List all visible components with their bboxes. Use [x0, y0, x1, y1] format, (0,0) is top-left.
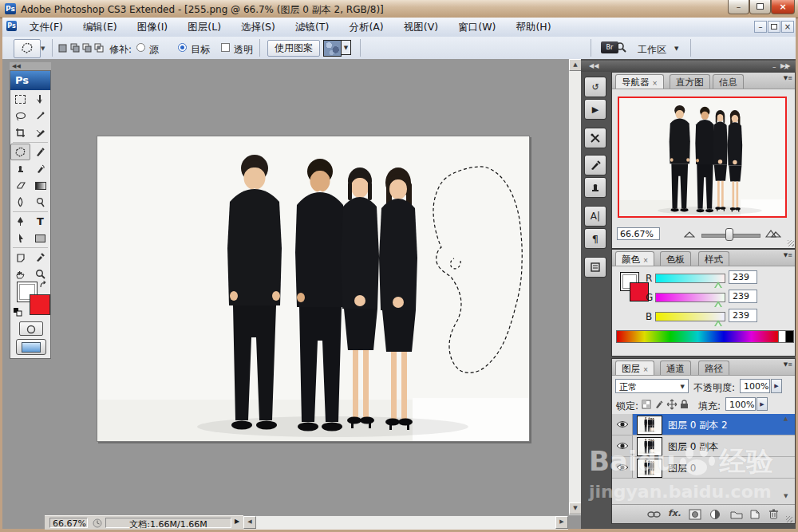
dodge-tool[interactable] — [30, 194, 50, 211]
patch-tool-preset[interactable] — [14, 39, 41, 58]
patch-source-label[interactable]: 源 — [149, 43, 159, 57]
actions-panel-icon[interactable]: ▶ — [584, 99, 606, 120]
layer-thumbnail[interactable] — [637, 459, 662, 478]
horizontal-scrollbar[interactable]: ◀ ▶ — [243, 515, 568, 530]
panel-minimize-close[interactable]: – × — [772, 63, 792, 71]
add-layer-mask-icon[interactable] — [689, 509, 701, 520]
path-selection-tool[interactable] — [10, 230, 30, 246]
preset-dropdown-arrow[interactable]: ▼ — [41, 45, 45, 52]
close-button[interactable]: × — [771, 0, 795, 14]
screen-mode-button[interactable] — [16, 339, 46, 355]
panel-minimize-close[interactable]: – × — [772, 240, 792, 248]
gradient-tool[interactable] — [30, 177, 50, 194]
channel-r-slider-thumb[interactable] — [714, 282, 722, 288]
clone-stamp-tool[interactable] — [10, 160, 30, 177]
layer-comps-panel-icon[interactable] — [584, 257, 606, 278]
default-colors-icon[interactable] — [13, 307, 22, 317]
canvas[interactable] — [97, 136, 530, 442]
color-spectrum-ramp[interactable] — [616, 330, 780, 343]
layer-name[interactable]: 图层 0 副本 2 — [668, 419, 728, 432]
hand-tool[interactable] — [10, 266, 30, 282]
layer-thumbnail[interactable] — [637, 416, 662, 435]
opacity-slider-arrow[interactable]: ▶ — [771, 379, 782, 393]
maximize-button[interactable] — [749, 0, 771, 14]
blur-tool[interactable] — [10, 194, 30, 211]
panel-minimize-close[interactable]: – × — [772, 349, 792, 357]
scroll-up-arrow[interactable]: ▲ — [569, 59, 582, 71]
navigator-zoom-field[interactable]: 66.67% — [617, 227, 660, 240]
new-layer-icon[interactable] — [749, 509, 760, 520]
zoom-in-icon[interactable] — [765, 228, 781, 238]
panel-resize-grip[interactable] — [786, 516, 792, 522]
menu-edit[interactable]: 编辑(E) — [75, 18, 125, 34]
tab-close-icon[interactable]: × — [652, 80, 658, 87]
blend-mode-select[interactable]: 正常 ▼ — [615, 379, 689, 393]
document-icon[interactable]: Ps — [6, 21, 17, 31]
pen-tool[interactable] — [10, 213, 30, 230]
menu-image[interactable]: 图像(I) — [129, 18, 176, 34]
zoom-out-icon[interactable] — [684, 231, 695, 238]
link-layers-icon[interactable] — [647, 510, 662, 518]
workspace-button[interactable]: 工作区 — [638, 43, 666, 57]
layer-name[interactable]: 图层 0 副本 — [668, 440, 718, 454]
menu-filter[interactable]: 滤镜(T) — [287, 18, 337, 34]
channel-g-slider-thumb[interactable] — [714, 301, 722, 307]
tab-channels[interactable]: 通道 — [660, 361, 691, 375]
patch-tool-selected[interactable] — [10, 144, 30, 160]
lock-position-icon[interactable] — [666, 399, 678, 410]
workspace-dropdown-arrow[interactable]: ▼ — [674, 45, 678, 52]
channel-r-value[interactable]: 239 — [729, 270, 757, 284]
brushes-panel-icon[interactable] — [584, 155, 606, 175]
layer-style-fx-icon[interactable]: fx. — [668, 508, 681, 518]
zoom-percent-field[interactable]: 66.67% — [49, 518, 88, 528]
menu-file[interactable]: 文件(F) — [22, 18, 71, 34]
eyedropper-tool[interactable] — [30, 249, 50, 266]
minimize-button[interactable]: – — [728, 0, 749, 14]
pattern-swatch[interactable] — [323, 40, 342, 57]
lock-transparent-icon[interactable] — [641, 399, 652, 410]
visibility-eye-icon[interactable] — [612, 414, 633, 435]
menu-layer[interactable]: 图层(L) — [180, 18, 229, 34]
menu-window[interactable]: 窗口(W) — [450, 18, 504, 34]
slice-tool[interactable] — [30, 124, 50, 141]
tab-histogram[interactable]: 直方图 — [670, 74, 710, 89]
document-size-field[interactable]: 文档:1.66M/1.66M — [105, 518, 231, 528]
doc-restore-button[interactable] — [768, 21, 780, 33]
magic-wand-tool[interactable] — [30, 108, 50, 124]
scroll-down-arrow[interactable]: ▼ — [569, 502, 582, 514]
transparent-checkbox[interactable] — [221, 43, 230, 52]
list-scroll-up[interactable]: ▲ — [784, 416, 788, 422]
layer-row-selected[interactable]: 图层 0 副本 2 — [612, 414, 795, 435]
history-brush-tool[interactable] — [30, 160, 50, 177]
tab-layers[interactable]: 图层 × — [615, 361, 654, 375]
brush-tool[interactable] — [30, 144, 50, 160]
layer-row[interactable]: 图层 0 副本 — [612, 435, 795, 457]
menu-analysis[interactable]: 分析(A) — [341, 18, 391, 34]
panel-menu-icon[interactable]: ▼≡ — [784, 362, 792, 367]
tab-info[interactable]: 信息 — [713, 74, 744, 89]
channel-b-value[interactable]: 239 — [729, 309, 757, 322]
layer-name[interactable]: 图层 0 — [668, 462, 696, 475]
lasso-tool[interactable] — [10, 108, 30, 124]
tab-styles[interactable]: 样式 — [698, 251, 729, 266]
pattern-dropdown[interactable]: ▼ — [342, 40, 351, 55]
menu-select[interactable]: 选择(S) — [233, 18, 283, 34]
ramp-black-swatch[interactable] — [785, 330, 794, 343]
scroll-left-arrow[interactable]: ◀ — [243, 516, 256, 529]
opacity-value[interactable]: 100% — [740, 379, 770, 393]
selection-mode-icons[interactable] — [58, 43, 105, 53]
status-flyout-arrow[interactable]: ▶ — [235, 518, 239, 525]
tab-color[interactable]: 颜色 × — [615, 251, 654, 266]
history-panel-icon[interactable]: ↺ — [584, 77, 606, 97]
type-tool[interactable]: T — [30, 213, 50, 230]
dock-collapse-icon[interactable]: ◀◀ — [589, 61, 598, 72]
lock-paint-icon[interactable] — [654, 399, 665, 410]
tab-navigator[interactable]: 导航器 × — [615, 74, 664, 89]
layer-row[interactable]: 图层 0 — [612, 457, 795, 479]
patch-source-radio[interactable] — [136, 43, 145, 52]
tab-swatches[interactable]: 色板 — [660, 251, 691, 266]
channel-b-slider-thumb[interactable] — [714, 320, 722, 326]
tab-paths[interactable]: 路径 — [698, 361, 729, 375]
patch-target-radio[interactable] — [178, 43, 187, 52]
lock-all-icon[interactable] — [679, 399, 689, 410]
